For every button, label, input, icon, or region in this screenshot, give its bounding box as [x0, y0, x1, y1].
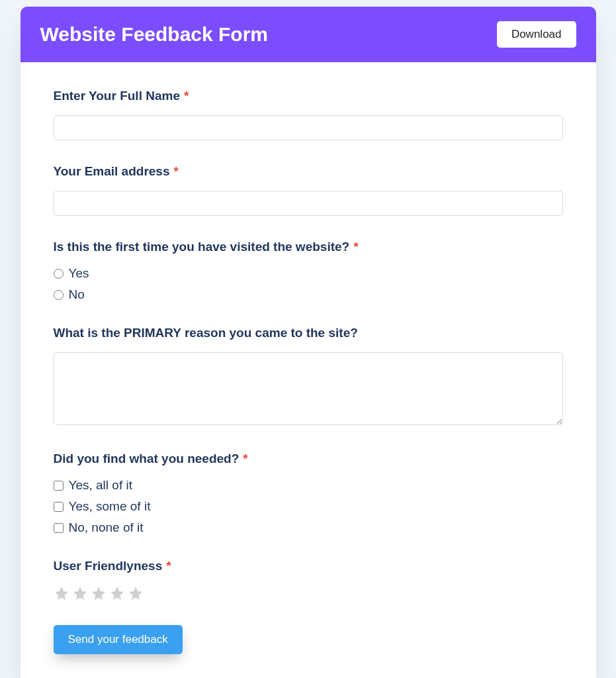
- required-asterisk: *: [353, 240, 358, 254]
- primary-reason-label: What is the PRIMARY reason you came to t…: [54, 326, 563, 340]
- full-name-label: Enter Your Full Name*: [54, 89, 563, 103]
- field-full-name: Enter Your Full Name*: [54, 89, 563, 140]
- radio-no[interactable]: [54, 290, 64, 300]
- required-asterisk: *: [166, 559, 171, 573]
- checkbox-some[interactable]: [54, 502, 64, 512]
- first-time-label: Is this the first time you have visited …: [54, 240, 563, 254]
- first-time-option-no[interactable]: No: [54, 287, 563, 302]
- form-body: Enter Your Full Name* Your Email address…: [21, 62, 596, 678]
- form-container: Website Feedback Form Download Enter You…: [21, 7, 596, 678]
- found-option-all[interactable]: Yes, all of it: [54, 478, 563, 493]
- required-asterisk: *: [243, 452, 247, 465]
- checkbox-some-label: Yes, some of it: [69, 499, 151, 514]
- field-email: Your Email address*: [54, 164, 563, 216]
- email-label-text: Your Email address: [54, 164, 170, 178]
- found-needed-label: Did you find what you needed?*: [54, 452, 563, 466]
- submit-button[interactable]: Send your feedback: [54, 625, 183, 654]
- found-needed-label-text: Did you find what you needed?: [54, 452, 240, 465]
- primary-reason-label-text: What is the PRIMARY reason you came to t…: [54, 326, 358, 340]
- full-name-label-text: Enter Your Full Name: [54, 89, 180, 103]
- required-asterisk: *: [184, 89, 189, 103]
- checkbox-none-label: No, none of it: [69, 520, 144, 535]
- star-icon[interactable]: [109, 585, 125, 601]
- required-asterisk: *: [174, 164, 179, 178]
- email-input[interactable]: [54, 191, 563, 216]
- checkbox-all-label: Yes, all of it: [69, 478, 132, 493]
- found-option-some[interactable]: Yes, some of it: [54, 499, 563, 514]
- checkbox-all[interactable]: [54, 481, 64, 491]
- star-rating: [54, 585, 563, 601]
- star-icon[interactable]: [91, 585, 107, 601]
- friendliness-label-text: User Friendlyness: [54, 559, 163, 573]
- full-name-input[interactable]: [54, 115, 563, 140]
- field-found-needed: Did you find what you needed?* Yes, all …: [54, 452, 563, 535]
- download-button[interactable]: Download: [497, 21, 576, 48]
- radio-yes-label: Yes: [69, 266, 89, 281]
- star-icon[interactable]: [54, 585, 69, 601]
- email-label: Your Email address*: [54, 164, 563, 179]
- star-icon[interactable]: [72, 585, 88, 601]
- field-friendliness: User Friendlyness*: [54, 559, 563, 601]
- radio-no-label: No: [69, 287, 85, 302]
- primary-reason-textarea[interactable]: [54, 352, 563, 425]
- friendliness-label: User Friendlyness*: [54, 559, 563, 573]
- found-option-none[interactable]: No, none of it: [54, 520, 563, 535]
- star-icon[interactable]: [128, 585, 144, 601]
- first-time-label-text: Is this the first time you have visited …: [54, 240, 350, 254]
- radio-yes[interactable]: [54, 269, 64, 279]
- first-time-option-yes[interactable]: Yes: [54, 266, 563, 281]
- field-primary-reason: What is the PRIMARY reason you came to t…: [54, 326, 563, 428]
- checkbox-none[interactable]: [54, 523, 64, 533]
- form-title: Website Feedback Form: [40, 23, 269, 46]
- field-first-time: Is this the first time you have visited …: [54, 240, 563, 302]
- form-header: Website Feedback Form Download: [21, 7, 596, 62]
